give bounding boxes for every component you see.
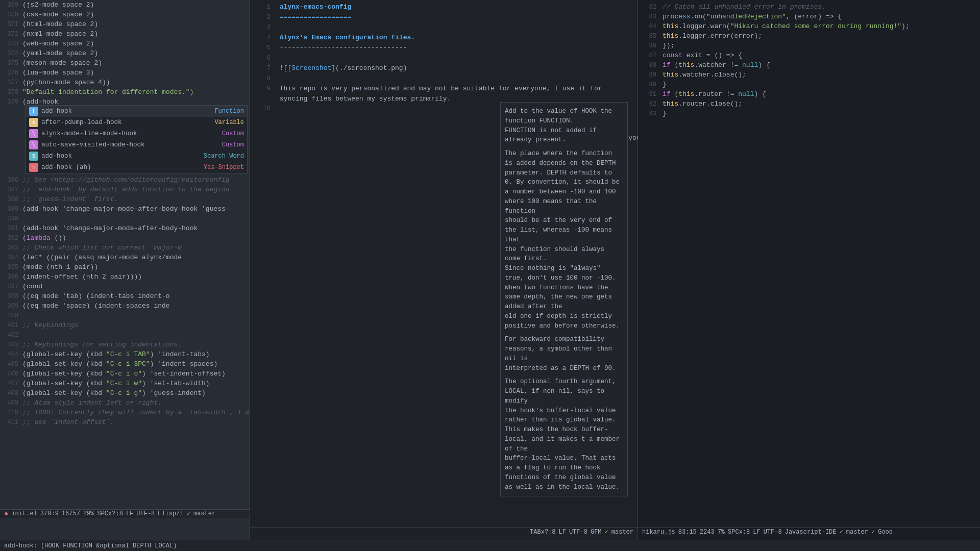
le-right: LF <box>753 529 760 536</box>
left-pane-init-el: 369 (js2-mode space 2) 370 (css-mode spa… <box>0 0 250 540</box>
doc-line: should be at the very end of the list, w… <box>505 216 623 244</box>
padding-left: SPCx?:8 <box>97 510 122 517</box>
code-line: 401 ;; Keybindings. <box>0 320 250 330</box>
doc-line: functions of the global value as well as… <box>505 473 623 492</box>
completion-item-add-hook-snippet[interactable]: ≡ add-hook (ah) Yas-Snippet <box>26 162 247 173</box>
right-pane-hikaru: 82 // Catch all unhandled error in promi… <box>638 0 980 540</box>
code-line: 410 ;; TODO: Currently they will indent … <box>0 408 250 417</box>
readme-line: 8 <box>256 73 631 84</box>
mode-left: Elisp/l <box>158 510 183 517</box>
completion-popup[interactable]: f add-hook Function x after-pdump-load-h… <box>26 105 248 173</box>
js-line: 91 if (this.router != null) { <box>638 89 980 99</box>
code-line: 404 (global-set-key (kbd "C-c i TAB") 'i… <box>0 349 250 359</box>
code-line: 372 (nxml-mode space 2) <box>0 29 250 39</box>
js-line: 90 } <box>638 80 980 89</box>
doc-line: FUNCTION is not added if already present… <box>505 126 623 145</box>
doc-line: This makes the hook buffer-local, and it… <box>505 425 623 454</box>
check-right-2: ✓ <box>871 528 875 536</box>
function-icon: f <box>29 107 38 116</box>
js-line: 83 process.on("unhandledRejection", (err… <box>638 12 980 21</box>
status-bar-right: hikaru.js 83:15 2243 7% SPCx:8 LF UTF-8 … <box>638 528 980 536</box>
good-right: Good <box>878 529 893 536</box>
filename-left: init.el <box>11 510 37 517</box>
filename-right: hikaru.js <box>642 529 675 536</box>
code-line: 386 ;; See <https://github.com/editorcon… <box>0 175 250 185</box>
status-bar-middle: TABx?:8 LF UTF-8 GFM ✓ master <box>250 528 638 536</box>
readme-line: 6 <box>256 53 631 63</box>
padding-middle: TABx?:8 <box>530 529 555 536</box>
code-line: 406 (global-set-key (kbd "C-c i o") 'set… <box>0 369 250 379</box>
code-line: 375 (meson-mode space 2) <box>0 58 250 68</box>
le-middle: LF <box>559 529 566 536</box>
code-line: 402 <box>0 330 250 340</box>
enc-right: UTF-8 <box>764 529 782 536</box>
code-line: 369 (js2-mode space 2) <box>0 0 250 10</box>
mode-middle: GFM <box>591 529 602 536</box>
js-line: 87 const exit = () => { <box>638 51 980 60</box>
code-line: 398 ((eq mode 'tab) (indent-tabs indent-… <box>0 291 250 301</box>
js-line: 82 // Catch all unhandled error in promi… <box>638 2 980 12</box>
code-line: 403 ;; Keybindings for setting indentati… <box>0 340 250 349</box>
completion-item-alynx-mode[interactable]: ╲ alynx-mode-line-mode-hook Custom <box>26 128 247 139</box>
app-container: 369 (js2-mode space 2) 370 (css-mode spa… <box>0 0 980 551</box>
doc-line: Add to the value of HOOK the function FU… <box>505 107 623 126</box>
completion-item-add-hook-search[interactable]: S add-hook Search Word <box>26 151 247 162</box>
enc-middle: UTF-8 <box>569 529 587 536</box>
middle-pane-readme: Add to the value of HOOK the function FU… <box>250 0 638 540</box>
search-icon: S <box>29 152 38 161</box>
code-line: 397 (cond <box>0 282 250 291</box>
js-content: 82 // Catch all unhandled error in promi… <box>638 0 980 528</box>
status-bar-left: ● init.el 379:9 16757 29% SPCx?:8 LF UTF… <box>0 509 250 518</box>
js-line: 89 this.watcher.close(); <box>638 70 980 80</box>
readme-line: 9 This repo is very personalized and may… <box>256 84 631 94</box>
completion-item-auto-save[interactable]: ╲ auto-save-visited-mode-hook Custom <box>26 139 247 151</box>
doc-line: When two functions have the same depth, … <box>505 283 623 312</box>
code-line: 409 ;; Atom style indent left or right. <box>0 398 250 408</box>
branch-middle: master <box>611 529 633 536</box>
doc-line: The place where the function is added de… <box>505 149 623 168</box>
completion-item-after-pdump[interactable]: x after-pdump-load-hook Variable <box>26 117 247 128</box>
enc-left: UTF-8 <box>136 510 155 517</box>
doc-line: the function should always come first. <box>505 245 623 264</box>
code-line: 376 (lua-mode space 3) <box>0 68 250 78</box>
js-line: 92 this.router.close(); <box>638 99 980 109</box>
mini-buffer-text: add-hook: (HOOK FUNCTION &optional DEPTH… <box>4 542 177 549</box>
doc-line: For backward compatibility reasons, a sy… <box>505 335 623 363</box>
custom-icon-1: ╲ <box>29 129 38 138</box>
code-line: 374 (yaml-mode space 2) <box>0 48 250 58</box>
js-line: 86 }); <box>638 41 980 51</box>
readme-line: 2 ================== <box>256 12 631 22</box>
js-line: 85 this.logger.error(error); <box>638 31 980 41</box>
code-line: 396 (indent-offset (nth 2 pair)))) <box>0 272 250 282</box>
percent-left: 29% <box>83 510 94 517</box>
code-line: 389 (add-hook 'change-major-mode-after-b… <box>0 204 250 214</box>
code-line: 393 ;; Check which list our current `maj… <box>0 243 250 253</box>
doc-line: interpreted as a DEPTH of 90. <box>505 364 623 373</box>
code-line: 407 (global-set-key (kbd "C-c i w") 'set… <box>0 379 250 388</box>
doc-line: the hook's buffer-local value rather tha… <box>505 406 623 425</box>
readme-line: 4 Alynx's Emacs configuration files. <box>256 33 631 43</box>
branch-left: master <box>193 510 215 517</box>
code-line: 411 ;; use `indent-offset`. <box>0 417 250 427</box>
doc-line: a number between -100 and 100 where 100 … <box>505 187 623 216</box>
readme-line: 5 -------------------------------- <box>256 43 631 53</box>
padding-right: SPCx:8 <box>728 529 750 536</box>
doc-line: parameter. DEPTH defaults to 0. By conve… <box>505 168 623 188</box>
mini-buffer: add-hook: (HOOK FUNCTION &optional DEPTH… <box>0 540 980 551</box>
js-line: 93 } <box>638 109 980 118</box>
code-area-left: 369 (js2-mode space 2) 370 (css-mode spa… <box>0 0 250 509</box>
branch-right: master <box>846 529 868 536</box>
code-line: 378 "Default indentation for different m… <box>0 87 250 97</box>
completion-item-add-hook-function[interactable]: f add-hook Function <box>26 106 247 117</box>
code-line: 400 <box>0 311 250 320</box>
completion-doc-panel: Add to the value of HOOK the function FU… <box>500 102 628 496</box>
position-left: 379:9 <box>40 510 59 517</box>
le-left: LF <box>126 510 133 517</box>
custom-icon-2: ╲ <box>29 140 38 149</box>
readme-line: 1 alynx-emacs-config <box>256 2 631 12</box>
readme-line: 3 <box>256 22 631 33</box>
code-line: 405 (global-set-key (kbd "C-c i SPC") 'i… <box>0 359 250 369</box>
code-line: 408 (global-set-key (kbd "C-c i g") 'gue… <box>0 388 250 398</box>
code-line: 371 (html-mode space 2) <box>0 19 250 29</box>
doc-line: Since nothing is "always" true, don't us… <box>505 264 623 283</box>
